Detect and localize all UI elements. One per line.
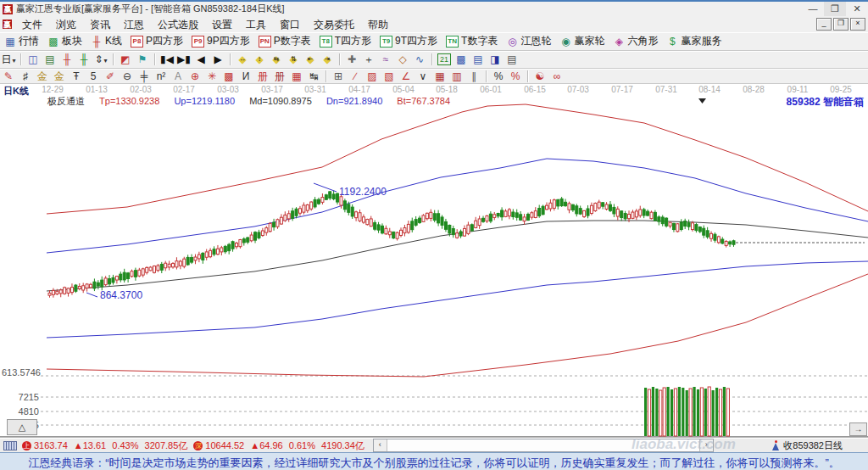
pen-tool-icon[interactable]: ✎	[1, 70, 16, 83]
sz-index-quote[interactable]: 10644.52 ▲64.96 0.61% 4190.34亿	[205, 439, 367, 452]
notebook-icon[interactable]: ▤	[470, 53, 486, 66]
menu-item-设置[interactable]: 设置	[205, 17, 239, 32]
diamond-swap-v-icon[interactable]: ◆⇅	[286, 53, 301, 66]
expand-pane-button[interactable]: △	[7, 419, 37, 435]
sh-index-quote[interactable]: 3163.74 ▲13.61 0.43% 3207.85亿	[34, 439, 191, 452]
kline-style-red-icon[interactable]: ╫	[59, 53, 75, 66]
toolbar-button-9t-square[interactable]: T99T四方形	[376, 32, 442, 50]
toolbar-button-quotes[interactable]: ▦行情	[0, 32, 43, 50]
keyboard-icon[interactable]	[3, 441, 17, 450]
scrollbar-left-arrow[interactable]: ‹	[374, 439, 387, 451]
calendar-icon[interactable]: 21	[437, 53, 451, 65]
golden-section-icon[interactable]: 金	[35, 70, 50, 83]
shaded-box-icon[interactable]: ▨	[364, 70, 380, 83]
matrix-icon[interactable]: ▩	[221, 70, 236, 83]
crosshair-tool-icon[interactable]: ＋	[361, 53, 376, 66]
calculator-icon[interactable]: ▩	[453, 53, 469, 66]
flag-marker-icon[interactable]: ⚑	[135, 53, 150, 66]
last-bar-icon[interactable]: ▶▮	[176, 53, 192, 66]
menu-item-公式选股[interactable]: 公式选股	[151, 17, 205, 32]
spiral-icon[interactable]: 5	[86, 70, 101, 83]
time-ruler-icon[interactable]: ╪	[136, 70, 152, 83]
first-bar-icon[interactable]: ▮◀	[159, 53, 175, 66]
toolbar-button-9p-square[interactable]: P99P四方形	[187, 32, 254, 50]
kline-style-green-icon[interactable]: ╫	[76, 53, 92, 66]
angle-pen-icon[interactable]: ✐	[103, 70, 118, 83]
time-divider-icon[interactable]: ♯	[18, 70, 33, 83]
angle-icon[interactable]: ∠	[398, 70, 414, 83]
infinity-icon[interactable]: ∞	[549, 70, 565, 83]
diamond-right-icon[interactable]: ◆⇥	[320, 53, 335, 66]
scroll-right-pane-button[interactable]: →	[849, 422, 867, 436]
gann-circle-icon[interactable]: ⊕	[187, 70, 203, 83]
menu-item-江恩[interactable]: 江恩	[117, 17, 151, 32]
shaded-box2-icon[interactable]: ▧	[381, 70, 397, 83]
mdi-close-button[interactable]: ×	[850, 18, 865, 31]
scrollbar-right-arrow[interactable]: ›	[700, 439, 713, 451]
period-day-selector[interactable]: 日▾	[1, 53, 16, 66]
toolbar-button-winner-service[interactable]: $赢家服务	[662, 32, 726, 50]
chart-area[interactable]: 江恩工具软件 QQ:100800360 聊吧 赢家 1192.2400864.3…	[0, 84, 868, 437]
menu-item-文件[interactable]: 文件	[15, 17, 49, 32]
sh-index-icon[interactable]: 上	[22, 441, 31, 450]
overlay-chart-icon[interactable]: ◩	[118, 53, 133, 66]
grid-icon[interactable]: ▦	[289, 70, 304, 83]
maximize-button[interactable]: ❐	[824, 2, 846, 16]
menu-item-窗口[interactable]: 窗口	[273, 17, 307, 32]
percent-icon[interactable]: %	[491, 70, 506, 83]
diamond-expand-v-icon[interactable]: ◆↕	[252, 53, 267, 66]
span-arrows-icon[interactable]: ↹	[306, 70, 321, 83]
f-ratio-icon[interactable]: Ŧ	[69, 70, 84, 83]
diamond-swap-h-icon[interactable]: ◆⇆	[269, 53, 284, 66]
toolbar-button-p-number-table[interactable]: PNP数字表	[254, 32, 315, 50]
tower1-icon[interactable]: 册	[255, 70, 270, 83]
pattern-tool-icon[interactable]: ◇	[395, 53, 410, 66]
ray-fan-icon[interactable]: ∕	[348, 70, 363, 83]
diamond-expand-h-icon[interactable]: ◆↔	[235, 53, 250, 66]
axis-scale-icon[interactable]: ⇕▾	[93, 53, 108, 66]
next-bar-icon[interactable]: ▶	[210, 53, 225, 66]
menu-item-交易委托[interactable]: 交易委托	[307, 17, 361, 32]
taiji-icon[interactable]: ☯	[532, 70, 548, 83]
kline-chart-canvas[interactable]: 1192.2400864.3700	[0, 84, 868, 437]
printer-icon[interactable]: ▤	[504, 53, 520, 66]
starburst-icon[interactable]: ✳	[204, 70, 220, 83]
hatch-icon[interactable]: ∥	[466, 70, 481, 83]
minimize-button[interactable]: —	[802, 2, 824, 16]
scrollbar-thumb[interactable]	[387, 439, 700, 451]
zigzag-tool-icon[interactable]: ≈	[378, 53, 393, 66]
golden-channel-icon[interactable]: 金	[52, 70, 67, 83]
diamond-left-icon[interactable]: ◆⇤	[303, 53, 318, 66]
toolbar-button-t-number-table[interactable]: TNT数字表	[442, 32, 502, 50]
horizontal-scrollbar[interactable]: ‹ ›	[373, 439, 714, 452]
prev-bar-icon[interactable]: ◀	[193, 53, 209, 66]
menu-item-资讯[interactable]: 资讯	[83, 17, 117, 32]
quote-mark-icon[interactable]: И	[238, 70, 253, 83]
toolbar-button-p-square[interactable]: P8P四方形	[126, 32, 187, 50]
toolbar-button-sectors[interactable]: ▩板块	[43, 32, 86, 50]
sz-index-icon[interactable]: 深	[193, 441, 203, 450]
mdi-minimize-button[interactable]: _	[816, 18, 832, 31]
mdi-restore-button[interactable]: ❐	[833, 18, 849, 31]
hand-tool-icon[interactable]: ✚	[344, 53, 359, 66]
check-icon[interactable]: ∨	[415, 70, 431, 83]
toolbar-button-winner-wheel[interactable]: ◉赢家轮	[555, 32, 609, 50]
label-a-icon[interactable]: A	[170, 70, 186, 83]
info-board-icon[interactable]: ▤	[42, 53, 58, 66]
cycle-circle-icon[interactable]: ⊖	[120, 70, 135, 83]
tower2-icon[interactable]: 册	[272, 70, 287, 83]
square-n2-icon[interactable]: n²	[153, 70, 169, 83]
box-select-icon[interactable]: ⊞	[331, 70, 346, 83]
close-button[interactable]: ✕	[846, 2, 868, 16]
grid2-icon[interactable]: ▦	[432, 70, 448, 83]
grid3-icon[interactable]: ▥	[449, 70, 465, 83]
wave-tool-icon[interactable]: ∿	[412, 53, 427, 66]
save-icon[interactable]: ◨	[487, 53, 503, 66]
toolbar-button-hexagon[interactable]: ◈六角形	[609, 32, 662, 50]
percent-line-icon[interactable]: %	[508, 70, 523, 83]
toolbar-button-gann-wheel[interactable]: ◎江恩轮	[502, 32, 555, 50]
toolbar-button-t-square[interactable]: T8T四方形	[315, 32, 376, 50]
menu-item-工具[interactable]: 工具	[239, 17, 273, 32]
toolbar-button-kline[interactable]: ╫K线	[86, 32, 126, 50]
menu-item-浏览[interactable]: 浏览	[49, 17, 83, 32]
